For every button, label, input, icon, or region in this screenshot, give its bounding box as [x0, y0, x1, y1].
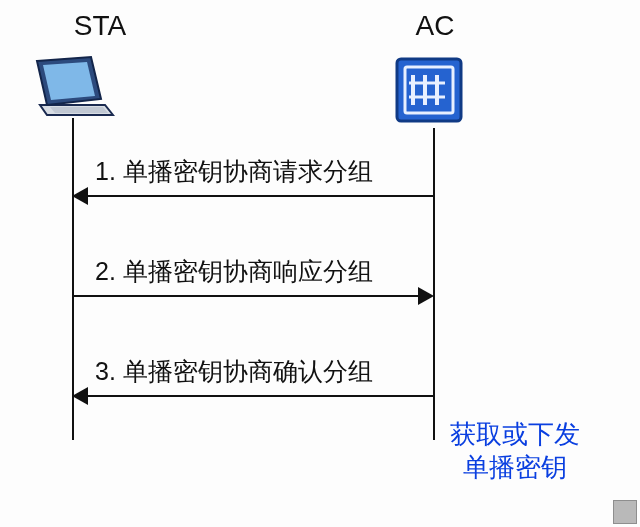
arrowhead-left-icon	[72, 387, 88, 405]
participant-label-sta: STA	[50, 10, 150, 42]
laptop-icon	[35, 55, 115, 115]
note-unicast-key: 获取或下发 单播密钥	[450, 418, 580, 483]
message-2-label: 2. 单播密钥协商响应分组	[95, 255, 373, 288]
message-1-text: 单播密钥协商请求分组	[123, 157, 373, 185]
message-3-num: 3	[95, 357, 109, 385]
note-line-2: 单播密钥	[450, 451, 580, 484]
message-2-text: 单播密钥协商响应分组	[123, 257, 373, 285]
message-1-label: 1. 单播密钥协商请求分组	[95, 155, 373, 188]
arrowhead-right-icon	[418, 287, 434, 305]
note-line-1: 获取或下发	[450, 418, 580, 451]
message-2-num: 2	[95, 257, 109, 285]
corner-resize-icon	[614, 501, 636, 523]
message-1-num: 1	[95, 157, 109, 185]
sequence-diagram: STA AC 1. 单播密钥协商请求分组	[0, 0, 640, 527]
ac-device-icon	[395, 55, 465, 125]
arrowhead-left-icon	[72, 187, 88, 205]
participant-label-ac: AC	[395, 10, 475, 42]
lifeline-ac	[433, 128, 435, 440]
message-3-label: 3. 单播密钥协商确认分组	[95, 355, 373, 388]
message-3-text: 单播密钥协商确认分组	[123, 357, 373, 385]
